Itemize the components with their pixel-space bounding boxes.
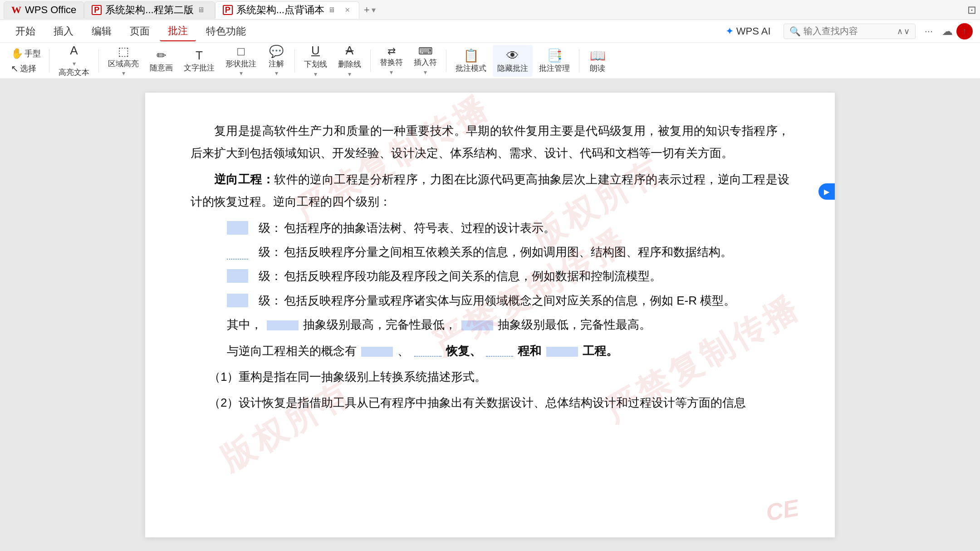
level3-blank (227, 269, 248, 283)
add-tab-button[interactable]: + ▾ (359, 4, 380, 16)
level3-marker (227, 265, 259, 287)
hand-select-group: ✋ 手型 ↖ 选择 (7, 46, 44, 75)
hide-comment-icon: 👁 (506, 48, 519, 63)
toolbar: ✋ 手型 ↖ 选择 A ▾ 高亮文本 ⬚ 区域高亮 ▾ ✏ 随意画 T 文字批注… (0, 43, 980, 79)
related-blank2 (414, 347, 441, 357)
window-control-icon[interactable]: ⊡ (967, 4, 976, 16)
related-line: 与逆向工程相关的概念有 、 恢复、 程和 工程。 (191, 340, 789, 362)
replace-button[interactable]: ⇄ 替换符 ▾ (375, 45, 407, 77)
deleteline-label: 删除线 (338, 60, 361, 69)
level4-text: 包括反映程序分量或程序诸实体与应用领域概念之间对应关系的信息，例如 E-R 模型… (284, 290, 735, 312)
level3-item: 级： 包括反映程序段功能及程序段之间关系的信息，例如数据和控制流模型。 (191, 265, 789, 287)
search-down-icon[interactable]: ∨ (904, 26, 910, 36)
related-text3: 程和 (518, 344, 541, 358)
pdf-icon-1: P (92, 5, 102, 15)
tab3-close-button[interactable]: ✕ (343, 6, 352, 14)
summary-text2: 抽象级别最高，完备性最低， (303, 318, 456, 331)
comment-mode-label: 批注模式 (456, 64, 486, 73)
deleteline-button[interactable]: A 删除线 ▾ (333, 45, 366, 77)
more-button[interactable]: ··· (921, 24, 936, 39)
read-label: 朗读 (590, 64, 605, 73)
level3-text: 包括反映程序段功能及程序段之间关系的信息，例如数据和控制流模型。 (284, 265, 662, 287)
share-button[interactable]: ↑ (956, 23, 973, 39)
annotation-arrow: ▾ (275, 69, 278, 77)
read-icon: 📖 (590, 48, 606, 63)
related-text: 与逆向工程相关的概念有 (227, 344, 357, 358)
tab-pdf-1[interactable]: P 系统架构...程第二版 🖥 (84, 1, 215, 19)
search-nav: ∧ ∨ (897, 26, 910, 36)
deleteline-arrow: ▾ (348, 70, 351, 78)
search-up-icon[interactable]: ∧ (897, 26, 903, 36)
search-input[interactable] (804, 26, 894, 36)
related-text4: 工程。 (583, 344, 618, 358)
menu-page[interactable]: 页面 (122, 22, 158, 41)
related-blank4 (546, 347, 578, 357)
hand-icon: ✋ (11, 48, 23, 59)
summary-blank1 (267, 320, 299, 330)
tab1-label: WPS Office (25, 4, 76, 16)
underline-button[interactable]: U 下划线 ▾ (299, 45, 332, 77)
reverse-eng-title: 逆向工程： (214, 172, 274, 186)
insert-symbol-icon: ⌨ (418, 45, 433, 57)
text-comment-label: 文字批注 (184, 64, 215, 73)
tab-wps-office[interactable]: W WPS Office (4, 1, 84, 19)
document-body: 复用是提高软件生产力和质量的一种重要技术。早期的软件复用主要是代码级复用，被复用… (191, 120, 789, 414)
paragraph-reuse: 复用是提高软件生产力和质量的一种重要技术。早期的软件复用主要是代码级复用，被复用… (191, 120, 789, 165)
reverse-eng-body: 软件的逆向工程是分析程序，力图在比源代码更高抽象层次上建立程序的表示过程，逆向工… (191, 172, 789, 208)
pdf-icon-2: P (223, 5, 233, 15)
menu-start[interactable]: 开始 (7, 22, 44, 41)
underline-icon: U (311, 44, 320, 58)
read-button[interactable]: 📖 朗读 (584, 45, 611, 77)
level2-text: 包括反映程序分量之间相互依赖关系的信息，例如调用图、结构图、程序和数据结构。 (284, 241, 732, 263)
item1-paragraph: （1）重构是指在同一抽象级别上转换系统描述形式。 (191, 366, 789, 388)
sep5 (446, 49, 446, 72)
comment-manage-icon: 📑 (547, 48, 563, 63)
freehand-label: 随意画 (150, 64, 173, 73)
comment-manage-button[interactable]: 📑 批注管理 (534, 45, 574, 77)
freehand-button[interactable]: ✏ 随意画 (145, 45, 177, 77)
area-highlight-button[interactable]: ⬚ 区域高亮 ▾ (103, 45, 143, 77)
cloud-icon[interactable]: ☁ (942, 25, 953, 38)
right-sidebar-button[interactable]: ▶ (818, 183, 835, 200)
annotation-label: 注解 (269, 59, 284, 69)
wps-ai-button[interactable]: ✦ WPS AI (718, 23, 778, 40)
level1-text: 包括程序的抽象语法树、符号表、过程的设计表示。 (284, 217, 555, 239)
menu-insert[interactable]: 插入 (45, 22, 82, 41)
text-comment-button[interactable]: T 文字批注 (179, 45, 219, 77)
menu-edit[interactable]: 编辑 (83, 22, 120, 41)
page-content: 严禁复制传播 严禁复制传播 版权所有 版权所有 严禁复制传播 复用是提高软件生产… (145, 93, 835, 537)
hand-button[interactable]: ✋ 手型 (7, 46, 44, 61)
level4-blank (227, 294, 248, 307)
comment-mode-button[interactable]: 📋 批注模式 (451, 45, 491, 77)
menu-annotate[interactable]: 批注 (160, 21, 196, 41)
shape-comment-icon: □ (237, 44, 245, 59)
select-button[interactable]: ↖ 选择 (7, 62, 44, 75)
replace-arrow: ▾ (390, 69, 393, 76)
monitor-icon-1: 🖥 (197, 6, 207, 14)
search-icon: 🔍 (789, 26, 801, 37)
search-box[interactable]: 🔍 ∧ ∨ (784, 24, 916, 39)
shape-comment-button[interactable]: □ 形状批注 ▾ (221, 45, 261, 77)
insert-symbol-button[interactable]: ⌨ 插入符 ▾ (409, 45, 441, 77)
item2-paragraph: （2）设计恢复是指借助工具从已有程序中抽象出有关数据设计、总体结构设计和过程设计… (191, 392, 789, 414)
hide-comment-button[interactable]: 👁 隐藏批注 (493, 45, 533, 77)
highlight-button[interactable]: A ▾ 高亮文本 (54, 45, 94, 77)
related-text2: 恢复、 (446, 344, 481, 358)
underline-label: 下划线 (304, 60, 327, 69)
freehand-icon: ✏ (157, 49, 167, 63)
titlebar-right: ⊡ (967, 4, 976, 16)
related-blank1 (361, 347, 393, 357)
sep3 (294, 49, 295, 72)
annotation-icon: 💬 (269, 44, 284, 59)
menu-special[interactable]: 特色功能 (198, 22, 254, 41)
bottom-ce-watermark: CE (764, 494, 801, 526)
highlight-icon: A (70, 44, 78, 58)
level4-item: 级： 包括反映程序分量或程序诸实体与应用领域概念之间对应关系的信息，例如 E-R… (191, 290, 789, 312)
level2-item: 级： 包括反映程序分量之间相互依赖关系的信息，例如调用图、结构图、程序和数据结构… (191, 241, 789, 263)
annotation-button[interactable]: 💬 注解 ▾ (263, 45, 290, 77)
content-wrapper: 严禁复制传播 严禁复制传播 版权所有 版权所有 严禁复制传播 复用是提高软件生产… (0, 79, 980, 551)
tab-pdf-2[interactable]: P 系统架构...点背诵本 🖥 ✕ (215, 1, 359, 19)
insert-symbol-label: 插入符 (414, 58, 437, 67)
replace-label: 替换符 (380, 58, 403, 67)
hand-label: 手型 (24, 48, 41, 59)
